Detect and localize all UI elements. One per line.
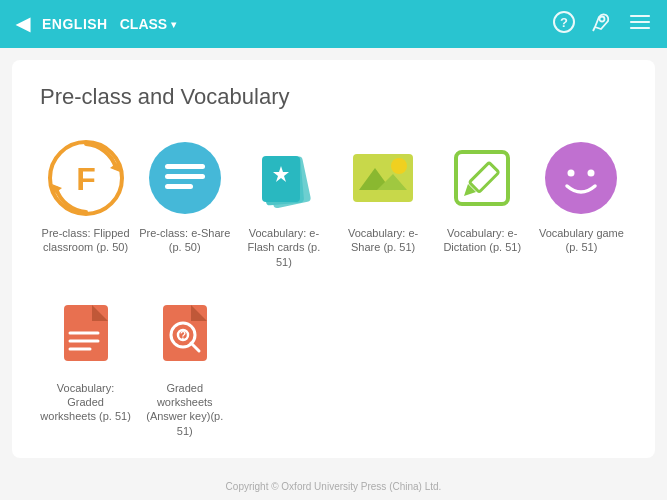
eflash-label: Vocabulary: e-Flash cards (p. 51) (238, 226, 329, 269)
edictation-label: Vocabulary: e-Dictation (p. 51) (437, 226, 528, 255)
svg-rect-14 (165, 184, 193, 189)
page-title: Pre-class and Vocabulary (40, 84, 627, 110)
svg-rect-12 (165, 164, 205, 169)
item-eflash[interactable]: Vocabulary: e-Flash cards (p. 51) (238, 138, 329, 269)
item-flipped[interactable]: F Pre-class: Flipped classroom (p. 50) (40, 138, 131, 269)
eshare-vocab-label: Vocabulary: e-Share (p. 51) (337, 226, 428, 255)
help-icon[interactable]: ? (553, 11, 575, 38)
answer-label: Graded worksheets (Answer key)(p. 51) (139, 381, 230, 438)
svg-text:F: F (76, 161, 96, 197)
svg-rect-24 (470, 162, 500, 192)
back-button[interactable]: ◀ (16, 13, 30, 35)
item-answer[interactable]: ? Graded worksheets (Answer key)(p. 51) (139, 293, 230, 438)
game-label: Vocabulary game (p. 51) (536, 226, 627, 255)
pencil-icon[interactable] (591, 11, 613, 38)
svg-point-28 (588, 170, 595, 177)
svg-point-22 (391, 158, 407, 174)
items-row1: F Pre-class: Flipped classroom (p. 50) (40, 138, 627, 269)
copyright-text: Copyright © Oxford University Press (Chi… (226, 481, 442, 492)
eshare-vocab-icon (343, 138, 423, 218)
svg-point-2 (600, 16, 605, 21)
header-icons: ? (553, 11, 651, 38)
footer: Copyright © Oxford University Press (Chi… (0, 481, 667, 492)
main-content: Pre-class and Vocabulary F Pre-class: Fl… (12, 60, 655, 458)
item-eshare-vocab[interactable]: Vocabulary: e-Share (p. 51) (337, 138, 428, 269)
menu-icon[interactable] (629, 11, 651, 38)
header-class-label: CLASS (120, 16, 167, 32)
svg-text:?: ? (180, 330, 186, 341)
answer-icon: ? (145, 293, 225, 373)
header-class-caret: ▾ (171, 19, 176, 30)
item-eshare-preclass[interactable]: Pre-class: e-Share (p. 50) (139, 138, 230, 269)
svg-point-26 (545, 142, 617, 214)
flipped-icon: F (46, 138, 126, 218)
eshare-preclass-label: Pre-class: e-Share (p. 50) (139, 226, 230, 255)
svg-rect-23 (456, 152, 508, 204)
flipped-label: Pre-class: Flipped classroom (p. 50) (40, 226, 131, 255)
eshare-preclass-icon (145, 138, 225, 218)
item-edictation[interactable]: Vocabulary: e-Dictation (p. 51) (437, 138, 528, 269)
header-english-label: ENGLISH (42, 16, 108, 32)
edictation-icon (442, 138, 522, 218)
svg-line-3 (593, 27, 595, 31)
items-row2: Vocabulary: Graded worksheets (p. 51) ? … (40, 293, 627, 438)
svg-text:?: ? (560, 15, 568, 30)
header-class-dropdown[interactable]: CLASS ▾ (120, 16, 176, 32)
svg-rect-13 (165, 174, 205, 179)
eflash-icon (244, 138, 324, 218)
item-graded[interactable]: Vocabulary: Graded worksheets (p. 51) (40, 293, 131, 438)
game-icon (541, 138, 621, 218)
svg-point-27 (568, 170, 575, 177)
header: ◀ ENGLISH CLASS ▾ ? (0, 0, 667, 48)
graded-label: Vocabulary: Graded worksheets (p. 51) (40, 381, 131, 424)
graded-icon (46, 293, 126, 373)
svg-rect-17 (262, 156, 300, 202)
item-game[interactable]: Vocabulary game (p. 51) (536, 138, 627, 269)
